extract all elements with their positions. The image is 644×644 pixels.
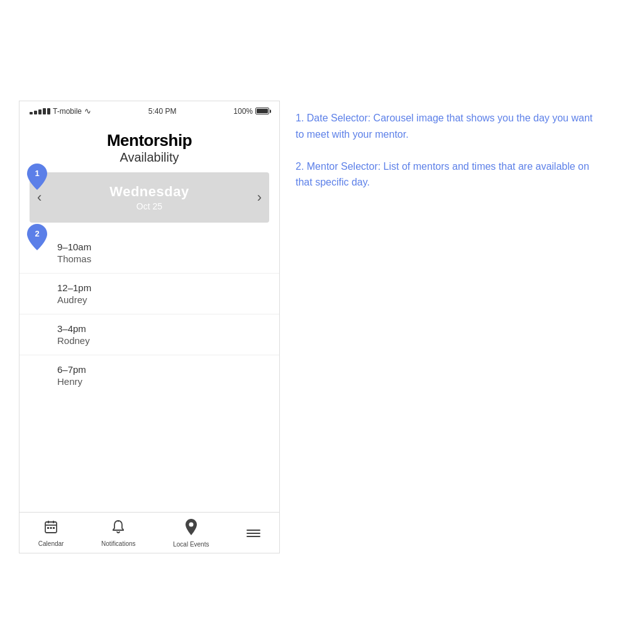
- mentor-item-2[interactable]: 12–1pm Audrey: [19, 274, 279, 314]
- mentor-info-1: 9–10am Thomas: [57, 242, 91, 264]
- badge-1-pin: 1: [27, 164, 47, 192]
- mentor-name-4: Henry: [57, 376, 86, 387]
- mentor-info-2: 12–1pm Audrey: [57, 282, 91, 305]
- wifi-icon: ∿: [84, 106, 91, 116]
- date-carousel: ‹ Wednesday Oct 25 ›: [30, 172, 269, 223]
- bell-icon: [111, 519, 125, 538]
- annotation-text: 1. Date Selector: Carousel image that sh…: [296, 110, 604, 191]
- hamburger-menu-icon: [247, 527, 260, 540]
- date-carousel-wrapper: 1 ‹ Wednesday Oct 25 ›: [30, 172, 269, 223]
- mentor-name-3: Rodney: [57, 335, 90, 346]
- mentor-info-4: 6–7pm Henry: [57, 364, 86, 387]
- mentor-name-2: Audrey: [57, 294, 91, 305]
- mentor-list-section: 2 9–10am Thomas 12–1pm Audrey 3–4pm Rodn…: [19, 233, 279, 396]
- nav-notifications-label: Notifications: [101, 540, 135, 547]
- nav-menu[interactable]: [247, 527, 260, 540]
- mentor-item-1[interactable]: 9–10am Thomas: [19, 233, 279, 274]
- location-icon: [186, 519, 197, 539]
- mentor-time-4: 6–7pm: [57, 364, 86, 375]
- mentor-item-4[interactable]: 6–7pm Henry: [19, 355, 279, 396]
- phone-frame: T-mobile ∿ 5:40 PM 100% Mentorship Avail…: [19, 101, 280, 553]
- mentor-info-3: 3–4pm Rodney: [57, 323, 90, 346]
- status-right: 100%: [233, 107, 269, 116]
- status-bar: T-mobile ∿ 5:40 PM 100%: [19, 101, 279, 121]
- status-time: 5:40 PM: [148, 107, 177, 116]
- mentor-time-3: 3–4pm: [57, 323, 90, 334]
- svg-rect-7: [50, 527, 52, 529]
- nav-local-events-label: Local Events: [173, 541, 209, 548]
- carousel-date-text: Wednesday Oct 25: [109, 184, 189, 211]
- svg-point-9: [118, 520, 119, 521]
- page-title-section: Mentorship Availability: [19, 121, 279, 172]
- nav-notifications[interactable]: Notifications: [101, 519, 135, 547]
- mentor-time-2: 12–1pm: [57, 282, 91, 293]
- status-left: T-mobile ∿: [30, 106, 91, 116]
- svg-point-10: [189, 523, 193, 527]
- nav-calendar[interactable]: Calendar: [38, 519, 64, 547]
- carrier-text: T-mobile: [53, 107, 82, 116]
- badge-2-pin: 2: [27, 224, 47, 253]
- page-title-main: Mentorship: [19, 131, 279, 150]
- calendar-icon: [43, 519, 58, 538]
- signal-dots: [30, 108, 50, 114]
- mentor-item-3[interactable]: 3–4pm Rodney: [19, 314, 279, 355]
- svg-text:1: 1: [35, 169, 39, 178]
- mentor-name-1: Thomas: [57, 253, 91, 264]
- svg-text:2: 2: [35, 229, 39, 238]
- svg-rect-6: [47, 527, 49, 529]
- mentor-time-1: 9–10am: [57, 242, 91, 252]
- svg-rect-8: [53, 527, 55, 529]
- carousel-date: Oct 25: [109, 201, 189, 211]
- battery-icon: [255, 108, 269, 114]
- next-date-button[interactable]: ›: [257, 189, 262, 206]
- carousel-day: Wednesday: [109, 184, 189, 200]
- nav-local-events[interactable]: Local Events: [173, 519, 209, 548]
- page-title-sub: Availability: [19, 150, 279, 165]
- nav-calendar-label: Calendar: [38, 540, 64, 547]
- bottom-nav: Calendar Notifications Local Ev: [19, 512, 279, 553]
- annotation-panel: 1. Date Selector: Carousel image that sh…: [296, 110, 604, 191]
- battery-percent: 100%: [233, 107, 253, 116]
